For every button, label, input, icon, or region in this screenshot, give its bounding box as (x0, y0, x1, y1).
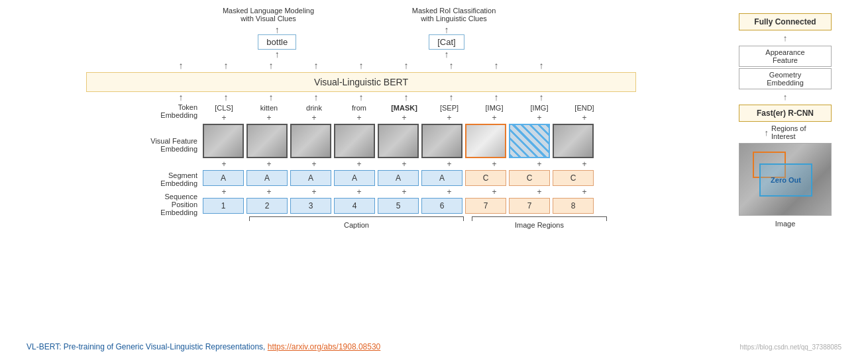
tokens-grid: [CLS] kitten drink from [MASK] (203, 104, 606, 214)
seg-a4: A (334, 170, 375, 186)
thumb-row (203, 124, 606, 158)
seg-a3: A (290, 170, 331, 186)
footer-text: VL-BERT: Pre-training of Generic Visual-… (27, 342, 380, 351)
all-rows-wrapper: TokenEmbedding Visual FeatureEmbedding S… (117, 104, 606, 214)
token-img1: [IMG] (473, 104, 515, 112)
plus-row-3: + + + + + + + + + (203, 187, 606, 197)
seg-c2: C (509, 170, 550, 186)
roi-area: ↑ Regions of Interest (764, 124, 806, 140)
fc-box: Fully Connected (739, 13, 832, 30)
thumb-end (553, 124, 594, 158)
thumb-mask (378, 124, 419, 158)
token-kitten: kitten (248, 104, 290, 112)
footer-link[interactable]: https://arxiv.org/abs/1908.08530 (268, 342, 381, 351)
thumb-from (334, 124, 375, 158)
thumb-img1 (465, 124, 506, 158)
image-regions-label-area: Image Regions (472, 216, 607, 229)
footer: VL-BERT: Pre-training of Generic Visual-… (13, 338, 855, 355)
diagram-area: Masked Language Modeling with Visual Clu… (13, 7, 855, 338)
thumb-drink (290, 124, 331, 158)
arrows-below-vlbert: ↑ ↑ ↑ ↑ ↑ ↑ ↑ ↑ ↑ (160, 92, 563, 103)
pos-8: 8 (553, 198, 594, 214)
pos-7a: 7 (465, 198, 506, 214)
output-arrows: ↑ bottle ↑ ↑ [Cat] ↑ (258, 25, 464, 59)
token-cls: [CLS] (203, 104, 245, 112)
arrow-feature-down: ↑ (783, 92, 788, 102)
vlbert-bar: Visual-Linguistic BERT (86, 72, 636, 92)
pos-7b: 7 (509, 198, 550, 214)
output-arrow-right: ↑ [Cat] ↑ (429, 25, 464, 59)
output-arrow-left: ↑ bottle ↑ (258, 25, 296, 59)
pos-5: 5 (378, 198, 419, 214)
plus-row-2: + + + + + + + + + (203, 159, 606, 169)
image-label: Image (775, 220, 796, 228)
token-from: from (338, 104, 380, 112)
bottom-labels-area: Caption Image Regions (115, 216, 607, 229)
right-panel: Fully Connected ↑ Appearance Feature Geo… (709, 7, 855, 228)
pos-6: 6 (421, 198, 462, 214)
token-drink: drink (293, 104, 335, 112)
token-label-row: [CLS] kitten drink from [MASK] (203, 104, 606, 112)
token-embedding-label: TokenEmbedding (117, 104, 197, 118)
output-box-bottle: bottle (258, 34, 296, 50)
arrow-fc-down: ↑ (783, 33, 788, 43)
faster-rcnn-box: Fast(er) R-CNN (739, 105, 832, 122)
thumb-kitten (246, 124, 288, 158)
footer-right: https://blog.csdn.net/qq_37388085 (740, 343, 841, 351)
thumb-sep (421, 124, 462, 158)
plus-row-1: + + + + + + + + + (203, 113, 606, 122)
labels-col: TokenEmbedding Visual FeatureEmbedding S… (117, 104, 203, 212)
seg-a2: A (246, 170, 288, 186)
thumb-img2 (509, 124, 550, 158)
sequence-position-label: SequencePositionEmbedding (117, 197, 197, 212)
main-container: Masked Language Modeling with Visual Clu… (0, 0, 868, 362)
token-end: [END] (563, 104, 606, 112)
vlbert-bar-container: ↑ ↑ ↑ ↑ ↑ ↑ ↑ ↑ ↑ Visual-Linguistic BERT… (86, 60, 636, 104)
feature-stack: Appearance Feature Geometry Embedding (739, 46, 832, 89)
top-labels: Masked Language Modeling with Visual Clu… (215, 7, 507, 23)
token-img2: [IMG] (518, 104, 561, 112)
mlm-label: Masked Language Modeling with Visual Clu… (215, 7, 321, 23)
pos-1: 1 (203, 198, 244, 214)
image-regions-label: Image Regions (515, 221, 564, 229)
pos-3: 3 (290, 198, 331, 214)
visual-feature-label: Visual FeatureEmbedding (117, 128, 197, 162)
output-box-cat: [Cat] (429, 34, 464, 50)
appearance-feature-box: Appearance Feature (739, 46, 832, 67)
zero-out-box: Zero Out (759, 163, 812, 197)
pos-2: 2 (246, 198, 288, 214)
token-mask: [MASK] (383, 104, 425, 112)
left-diagram: Masked Language Modeling with Visual Clu… (13, 7, 709, 229)
roi-class-label: Masked RoI Classification with Linguisti… (401, 7, 507, 23)
arrows-above-vlbert: ↑ ↑ ↑ ↑ ↑ ↑ ↑ ↑ ↑ (160, 60, 563, 71)
thumb-cls (203, 124, 244, 158)
seg-a5: A (378, 170, 419, 186)
caption-label: Caption (344, 221, 369, 229)
segment-embedding-label: SegmentEmbedding (117, 171, 197, 187)
seg-c3: C (553, 170, 594, 186)
seg-c1: C (465, 170, 506, 186)
image-box: Zero Out (739, 143, 832, 216)
pos-4: 4 (334, 198, 375, 214)
geometry-embedding-box: Geometry Embedding (739, 68, 832, 89)
seg-a6: A (421, 170, 462, 186)
segment-row: A A A A A A C C C (203, 170, 606, 186)
caption-label-area: Caption (249, 216, 464, 229)
token-sep: [SEP] (428, 104, 470, 112)
seg-a1: A (203, 170, 244, 186)
position-row: 1 2 3 4 5 6 7 7 8 (203, 198, 606, 214)
roi-label: Regions of Interest (771, 124, 806, 140)
